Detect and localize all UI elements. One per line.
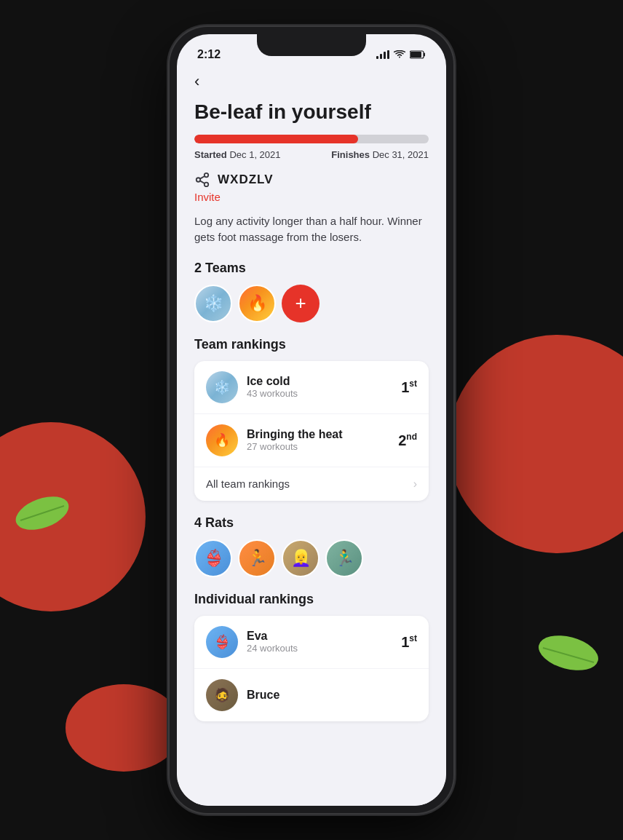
challenge-description: Log any activity longer than a half hour… [194, 213, 429, 246]
svg-line-9 [200, 181, 205, 183]
table-row[interactable]: ❄️ Ice cold 43 workouts 1st [194, 361, 429, 414]
invite-link[interactable]: Invite [194, 191, 429, 203]
team-ice-info: Ice cold 43 workouts [247, 375, 401, 399]
eva-place: 1st [401, 633, 417, 651]
fire-avatar-icon: 🔥 [214, 432, 230, 448]
progress-bar-fill [194, 135, 358, 143]
individual-rankings-header: Individual rankings [194, 592, 429, 607]
leaf-left-icon [13, 495, 71, 531]
table-row[interactable]: 🧔 Bruce [194, 669, 429, 721]
started-date: Started Dec 1, 2021 [194, 149, 281, 160]
team-rankings-card: ❄️ Ice cold 43 workouts 1st 🔥 [194, 361, 429, 501]
svg-point-2 [536, 633, 601, 673]
svg-line-10 [200, 176, 205, 179]
team-avatars: ❄️ 🔥 + [194, 285, 429, 322]
fire-icon: 🔥 [247, 294, 267, 313]
wifi-icon [394, 50, 405, 59]
bg-decoration-right [448, 335, 623, 553]
individual-avatar-4[interactable]: 🏃‍♂️ [325, 539, 363, 577]
person2-icon: 🏃 [239, 541, 274, 576]
bruce-name: Bruce [247, 689, 417, 702]
team-fire-info: Bringing the heat 27 workouts [247, 428, 398, 452]
bruce-icon: 🧔 [214, 687, 230, 703]
person1-icon: 👙 [196, 541, 231, 576]
table-row[interactable]: 👙 Eva 24 workouts 1st [194, 616, 429, 669]
ice-icon: ❄️ [204, 294, 223, 313]
scene: 2:12 [0, 0, 623, 840]
all-rankings-row[interactable]: All team rankings › [194, 467, 429, 501]
challenge-title: Be-leaf in yourself [194, 100, 429, 124]
main-content: ‹ Be-leaf in yourself Started Dec 1, 202… [177, 66, 446, 806]
progress-bar-container [194, 135, 429, 143]
rats-header: 4 Rats [194, 515, 429, 531]
team-ice-place: 1st [401, 379, 417, 396]
rankings-header: Team rankings [194, 337, 429, 352]
status-icons [376, 50, 426, 59]
team-avatar-ice[interactable]: ❄️ [194, 285, 232, 322]
bruce-avatar: 🧔 [206, 679, 238, 711]
eva-name: Eva [247, 630, 401, 643]
eva-info: Eva 24 workouts [247, 630, 401, 654]
leaf-right-icon [536, 633, 601, 673]
phone-frame: 2:12 [170, 27, 453, 813]
phone-screen: 2:12 [177, 34, 446, 806]
team-fire-workouts: 27 workouts [247, 441, 398, 452]
team-fire-name: Bringing the heat [247, 428, 398, 441]
eva-workouts: 24 workouts [247, 643, 401, 654]
team-avatar-fire[interactable]: 🔥 [238, 285, 276, 322]
phone-notch [257, 34, 366, 56]
bruce-info: Bruce [247, 689, 417, 702]
ice-avatar-icon: ❄️ [214, 379, 230, 395]
all-rankings-label: All team rankings [206, 478, 290, 490]
add-team-button[interactable]: + [282, 285, 320, 322]
signal-icon [376, 50, 389, 59]
person3-icon: 👱‍♀️ [283, 541, 318, 576]
dates-row: Started Dec 1, 2021 Finishes Dec 31, 202… [194, 149, 429, 160]
individual-avatar-1[interactable]: 👙 [194, 539, 232, 577]
eva-avatar: 👙 [206, 626, 238, 658]
svg-rect-5 [410, 52, 421, 58]
finishes-date: Finishes Dec 31, 2021 [331, 149, 429, 160]
team-fire-place: 2nd [398, 432, 417, 449]
person4-icon: 🏃‍♂️ [327, 541, 362, 576]
back-button[interactable]: ‹ [194, 72, 429, 91]
eva-icon: 👙 [214, 634, 230, 650]
share-icon [194, 172, 210, 188]
bg-decoration-bottom [66, 684, 182, 772]
status-time: 2:12 [197, 48, 221, 61]
challenge-code: WXDZLV [218, 173, 274, 187]
teams-header: 2 Teams [194, 261, 429, 276]
code-row: WXDZLV [194, 172, 429, 188]
table-row[interactable]: 🔥 Bringing the heat 27 workouts 2nd [194, 414, 429, 467]
battery-icon [410, 50, 426, 59]
team-fire-avatar: 🔥 [206, 424, 238, 456]
chevron-right-icon: › [413, 478, 417, 491]
individual-avatar-2[interactable]: 🏃 [238, 539, 276, 577]
individual-rankings-card: 👙 Eva 24 workouts 1st 🧔 [194, 616, 429, 721]
team-ice-avatar: ❄️ [206, 371, 238, 403]
team-ice-name: Ice cold [247, 375, 401, 388]
individual-avatars: 👙 🏃 👱‍♀️ 🏃‍♂️ [194, 539, 429, 577]
individual-avatar-3[interactable]: 👱‍♀️ [282, 539, 320, 577]
team-ice-workouts: 43 workouts [247, 388, 401, 399]
